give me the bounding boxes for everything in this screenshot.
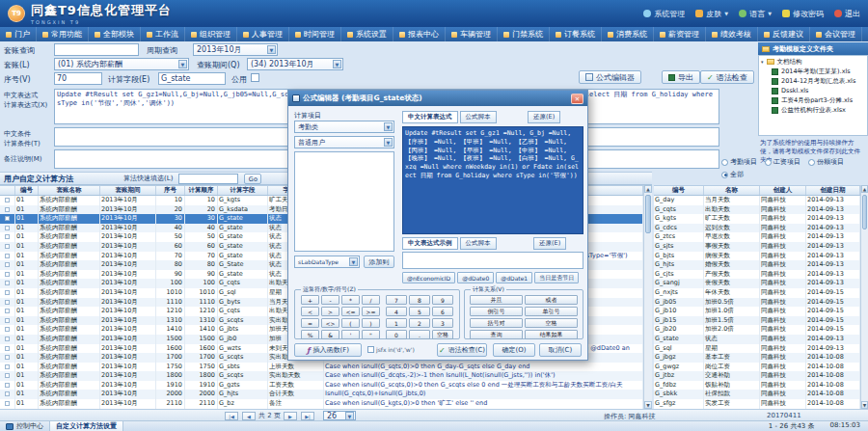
operator-key-4[interactable]: < <box>301 307 319 316</box>
row-select-cell[interactable] <box>0 196 15 205</box>
topbar-button-skin[interactable]: 皮肤▼ <box>695 9 728 19</box>
topbar-button-password[interactable]: 修改密码 <box>782 9 824 19</box>
relation-button-5[interactable]: 空格 <box>525 318 578 328</box>
operator-key-9[interactable]: <> <box>321 318 339 328</box>
operator-key-14[interactable]: ' <box>341 330 360 339</box>
relation-button-4[interactable]: 括号对 <box>470 318 523 328</box>
field-header-2[interactable]: 创建人 <box>760 186 806 195</box>
row-checkbox[interactable] <box>5 300 10 305</box>
main-table-scrollbar[interactable]: ▲ ▼ <box>643 185 652 409</box>
field-row[interactable]: G_cqts出勤天数同鑫科技2014-09-13 <box>654 205 860 215</box>
operator-key-11[interactable]: ) <box>362 318 380 328</box>
page-size-select[interactable]: 26▼ <box>323 411 356 420</box>
public-checkbox[interactable] <box>251 73 259 82</box>
menu-item-16[interactable]: 会议管理 <box>810 27 862 41</box>
row-select-cell[interactable] <box>0 270 15 280</box>
menu-item-6[interactable]: 时间管理 <box>289 27 341 41</box>
table-row[interactable]: 01系统内部薪酬2013年10月21102110G_bz备注Case when … <box>0 399 643 409</box>
field-row[interactable]: G_sbkk社保扣款同鑫科技2014-10-08 <box>654 390 860 399</box>
operator-key-6[interactable]: <= <box>341 307 360 316</box>
operator-key-15[interactable]: " <box>362 330 380 339</box>
row-select-cell[interactable] <box>0 390 15 399</box>
at-button-0[interactable]: @nEconomicID <box>402 272 455 283</box>
operator-key-5[interactable]: > <box>321 307 339 316</box>
row-select-cell[interactable] <box>0 224 15 233</box>
insert-function-button[interactable]: ƒ插入函数(F) <box>294 343 362 357</box>
scroll-thumb[interactable] <box>862 195 867 229</box>
operator-key-8[interactable]: = <box>301 318 319 328</box>
digit-key-4[interactable]: 5 <box>409 307 430 316</box>
row-checkbox[interactable] <box>5 391 10 396</box>
menu-item-3[interactable]: 工作流 <box>141 27 185 41</box>
period-query-select[interactable]: 2013年10月▼ <box>193 43 278 56</box>
menu-item-9[interactable]: 车辆管理 <box>446 27 498 41</box>
field-row[interactable]: G_jb05加班0.5倍同鑫科技2014-09-15 <box>654 298 860 308</box>
next-page-button[interactable]: ▶ <box>284 412 297 420</box>
field-row[interactable]: G_hjts婚假天数同鑫科技2014-09-13 <box>654 260 860 270</box>
field-row[interactable]: G_jb15加班1.5倍同鑫科技2014-09-15 <box>654 316 860 326</box>
operator-key-7[interactable]: >= <box>362 307 380 316</box>
field-header-1[interactable]: 名称 <box>704 186 760 195</box>
field-row[interactable]: G_nxjts年休天数同鑫科技2014-09-15 <box>654 288 860 298</box>
main-header-2[interactable]: 套账期间 <box>100 186 156 195</box>
at-button-1[interactable]: @dDate0 <box>457 272 494 283</box>
digit-key-3[interactable]: 4 <box>386 307 407 316</box>
operator-key-1[interactable]: - <box>321 295 339 305</box>
tab-top-0[interactable]: 中文计算表达式 <box>402 111 458 123</box>
field-row[interactable]: G_bjts病假天数同鑫科技2014-09-13 <box>654 252 860 261</box>
row-select-cell[interactable] <box>0 298 15 308</box>
scroll-thumb[interactable] <box>645 195 651 233</box>
field-row[interactable]: G_sfgz实发工资同鑫科技2014-10-08 <box>654 399 860 409</box>
tree-item-2[interactable]: 2014-12月考勤汇总表.xls <box>759 76 867 86</box>
row-select-cell[interactable] <box>0 307 15 316</box>
main-header-0[interactable]: 编号 <box>15 186 39 195</box>
scroll-up-icon[interactable]: ▲ <box>644 185 652 193</box>
table-row[interactable]: 01系统内部薪酬2013年10月18001800G_scqts实出勤天数Case… <box>0 371 643 381</box>
row-select-cell[interactable] <box>0 242 15 252</box>
digit-key-0[interactable]: 7 <box>386 295 407 305</box>
operator-key-13[interactable]: & <box>321 330 339 339</box>
row-checkbox[interactable] <box>5 207 10 212</box>
tab-bottom-1[interactable]: 公式脚本 <box>460 237 497 250</box>
row-checkbox[interactable] <box>5 318 10 323</box>
row-select-cell[interactable] <box>0 399 15 409</box>
table-row[interactable]: 01系统内部薪酬2013年10月20002000G_hjts合计天数Isnull… <box>0 390 643 399</box>
calc-type-select[interactable]: 考勤类▼ <box>294 121 394 133</box>
row-checkbox[interactable] <box>5 373 10 378</box>
row-select-cell[interactable] <box>0 335 15 344</box>
topbar-button-language[interactable]: 语言▼ <box>739 9 772 19</box>
field-header-3[interactable]: 创建日期 <box>806 186 860 195</box>
field-row[interactable]: G_sql星期同鑫科技2014-09-13 <box>654 344 860 354</box>
digit-key-1[interactable]: 8 <box>409 295 430 305</box>
field-row[interactable]: G_jb10加班1.0倍同鑫科技2014-09-15 <box>654 307 860 316</box>
field-row[interactable]: G_fdbz饭贴补助同鑫科技2014-10-08 <box>654 381 860 391</box>
row-checkbox[interactable] <box>5 401 10 406</box>
row-checkbox[interactable] <box>5 281 10 285</box>
field-row[interactable]: G_day当月天数同鑫科技2014-09-13 <box>654 196 860 205</box>
relation-button-6[interactable]: 查询 <box>470 330 523 339</box>
row-checkbox[interactable] <box>5 346 10 351</box>
relation-button-7[interactable]: 结果如果 <box>525 330 578 339</box>
field-row[interactable]: G_cjts产假天数同鑫科技2014-09-13 <box>654 270 860 280</box>
row-select-cell[interactable] <box>0 260 15 270</box>
restore-top-button[interactable]: 还原(E) <box>528 111 560 123</box>
calc-field-input[interactable] <box>158 72 226 85</box>
radio-filter-0[interactable]: 考勤项目 <box>721 157 757 167</box>
operator-key-0[interactable]: + <box>301 295 319 305</box>
cancel-button[interactable]: 取消(C) <box>539 343 582 357</box>
main-header-5[interactable]: 计算字段 <box>218 186 268 195</box>
digit-key-5[interactable]: 6 <box>432 307 453 316</box>
digit-key-7[interactable]: 2 <box>409 318 430 328</box>
formula-editor-button[interactable]: 公式编辑器 <box>579 70 641 84</box>
menu-item-12[interactable]: 消费系统 <box>602 27 654 41</box>
menu-item-0[interactable]: 门户 <box>0 27 37 41</box>
row-checkbox[interactable] <box>5 234 10 239</box>
operator-key-3[interactable]: / <box>362 295 380 305</box>
go-button[interactable]: Go <box>244 174 261 184</box>
topbar-button-sysadmin[interactable]: 系统管理 <box>643 9 685 19</box>
relation-button-2[interactable]: 倒引号 <box>470 307 523 316</box>
field-row[interactable]: G_jb20加班2.0倍同鑫科技2014-09-15 <box>654 325 860 335</box>
row-select-cell[interactable] <box>0 279 15 288</box>
row-checkbox[interactable] <box>5 262 10 267</box>
row-checkbox[interactable] <box>5 290 10 295</box>
